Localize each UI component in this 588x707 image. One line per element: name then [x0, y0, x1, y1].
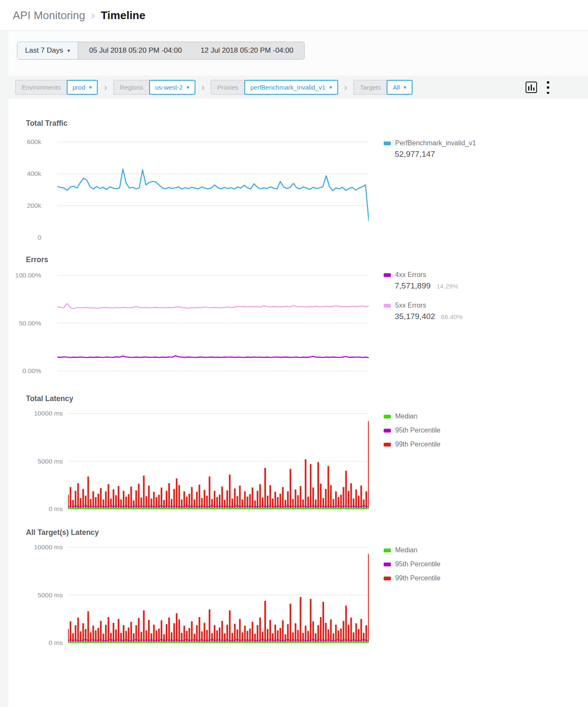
- filter-label-regions: Regions: [113, 80, 149, 95]
- legend-swatch: [384, 141, 391, 145]
- filter-dropdown-proxies[interactable]: perfBenchmark_invalid_v1▾: [244, 80, 338, 95]
- all-targets-latency-ytick: 10000 ms: [8, 543, 63, 551]
- filter-value-targets: All: [393, 84, 400, 91]
- filter-dropdown-regions[interactable]: us-west-2▾: [149, 80, 195, 95]
- all-targets-latency-title: All Target(s) Latency: [26, 528, 99, 537]
- legend-label: 4xx Errors: [395, 271, 426, 279]
- date-range-control: Last 7 Days ▾ 05 Jul 2018 05:20 PM -04:0…: [17, 42, 305, 59]
- legend-item-median: Median: [384, 546, 417, 554]
- legend-item-95th-percentile: 95th Percentile: [384, 560, 441, 568]
- legend-label: Median: [395, 546, 417, 554]
- legend-swatch: [384, 443, 391, 447]
- legend-percent-value: 14.29%: [437, 283, 458, 290]
- legend-item-95th-percentile: 95th Percentile: [384, 427, 441, 434]
- errors-chart[interactable]: [57, 274, 369, 372]
- charts-panel: Total Traffic600k400k200k0PerfBenchmark_…: [8, 99, 588, 707]
- bar-chart-icon: [526, 82, 537, 93]
- date-range-values[interactable]: 05 Jul 2018 05:20 PM -04:00 12 Jul 2018 …: [78, 42, 305, 59]
- filter-chevron-icon: ›: [202, 82, 205, 92]
- all-targets-latency-ytick: 0 ms: [8, 639, 63, 647]
- filter-bar: Environmentsprod▾›Regionsus-west-2▾›Prox…: [8, 76, 588, 99]
- legend-value-row: 7,571,89914.29%: [395, 281, 458, 291]
- total-traffic-title: Total Traffic: [26, 119, 68, 128]
- date-range-preset-dropdown[interactable]: Last 7 Days ▾: [17, 42, 78, 59]
- legend-item-5xx-errors: 5xx Errors: [384, 302, 426, 309]
- legend-total-value: 7,571,899: [395, 281, 431, 291]
- legend-percent-value: 66.40%: [441, 313, 463, 320]
- total-traffic-ytick: 600k: [8, 138, 41, 146]
- chart-type-button[interactable]: [526, 82, 537, 93]
- all-targets-latency-ytick: 5000 ms: [8, 591, 63, 600]
- breadcrumb-parent-link[interactable]: API Monitoring: [13, 9, 85, 22]
- legend-item-4xx-errors: 4xx Errors: [384, 271, 426, 279]
- legend-item-99th-percentile: 99th Percentile: [384, 441, 441, 448]
- caret-down-icon: ▾: [329, 84, 332, 90]
- errors-ytick: 50.00%: [8, 319, 41, 328]
- start-date: 05 Jul 2018 05:20 PM -04:00: [89, 46, 182, 55]
- legend-label: 99th Percentile: [395, 574, 441, 582]
- total-latency-title: Total Latency: [26, 394, 74, 403]
- filter-value-proxies: perfBenchmark_invalid_v1: [250, 84, 325, 91]
- filter-group-proxies: ProxiesperfBenchmark_invalid_v1▾: [211, 80, 338, 95]
- total-traffic-ytick: 200k: [8, 201, 41, 210]
- legend-value-row: 52,977,147: [395, 150, 435, 159]
- filter-value-regions: us-west-2: [155, 84, 183, 91]
- legend-label: 99th Percentile: [395, 441, 441, 448]
- page-title: Timeline: [101, 9, 145, 22]
- page-header: API Monitoring › Timeline: [0, 0, 588, 31]
- legend-swatch: [384, 549, 391, 552]
- filter-group-targets: TargetsAll▾: [353, 80, 412, 95]
- legend-swatch: [384, 304, 391, 308]
- legend-swatch: [384, 429, 391, 433]
- legend-swatch: [384, 577, 391, 580]
- errors-ytick: 0.00%: [8, 367, 41, 375]
- caret-down-icon: ▾: [187, 84, 189, 90]
- filter-chevron-icon: ›: [104, 82, 107, 92]
- filter-dropdown-environments[interactable]: prod▾: [67, 80, 98, 95]
- legend-swatch: [384, 273, 391, 277]
- legend-label: 95th Percentile: [395, 560, 441, 568]
- toolbar: Last 7 Days ▾ 05 Jul 2018 05:20 PM -04:0…: [8, 31, 588, 76]
- filter-group-environments: Environmentsprod▾: [15, 80, 98, 95]
- total-latency-ytick: 10000 ms: [8, 409, 63, 418]
- filter-chevron-icon: ›: [345, 82, 348, 92]
- total-latency-ytick: 5000 ms: [8, 457, 63, 466]
- caret-down-icon: ▾: [89, 84, 92, 90]
- legend-value-row: 35,179,40266.40%: [395, 312, 463, 321]
- legend-item-median: Median: [384, 413, 417, 420]
- total-latency-chart[interactable]: [68, 413, 369, 510]
- legend-label: Median: [395, 413, 417, 420]
- left-gutter: [0, 31, 8, 707]
- caret-down-icon: ▾: [68, 48, 70, 54]
- legend-total-value: 52,977,147: [395, 150, 435, 159]
- errors-ytick: 100.00%: [8, 271, 41, 280]
- kebab-menu-button[interactable]: [546, 81, 551, 94]
- filter-value-environments: prod: [73, 84, 85, 91]
- legend-label: 95th Percentile: [395, 427, 441, 434]
- all-targets-latency-chart[interactable]: [68, 546, 369, 644]
- total-traffic-ytick: 400k: [8, 170, 41, 178]
- legend-label: 5xx Errors: [395, 302, 426, 309]
- filter-label-environments: Environments: [15, 80, 67, 95]
- legend-item-99th-percentile: 99th Percentile: [384, 574, 441, 582]
- end-date: 12 Jul 2018 05:20 PM -04:00: [201, 46, 293, 55]
- filter-dropdown-targets[interactable]: All▾: [387, 80, 412, 95]
- total-traffic-chart[interactable]: [57, 141, 369, 238]
- legend-total-value: 35,179,402: [395, 312, 435, 321]
- filter-label-targets: Targets: [353, 80, 387, 95]
- caret-down-icon: ▾: [404, 84, 407, 90]
- legend-item-perfbenchmark-invalid-v1: PerfBenchmark_invalid_v1: [384, 139, 476, 147]
- date-range-preset-label: Last 7 Days: [25, 46, 63, 55]
- legend-label: PerfBenchmark_invalid_v1: [395, 139, 476, 147]
- filter-group-regions: Regionsus-west-2▾: [113, 80, 195, 95]
- total-latency-ytick: 0 ms: [8, 505, 63, 513]
- errors-title: Errors: [26, 255, 48, 264]
- total-traffic-ytick: 0: [8, 233, 41, 242]
- breadcrumb-chevron-icon: ›: [91, 9, 95, 22]
- legend-swatch: [384, 563, 391, 566]
- legend-swatch: [384, 415, 391, 419]
- filter-label-proxies: Proxies: [211, 80, 244, 95]
